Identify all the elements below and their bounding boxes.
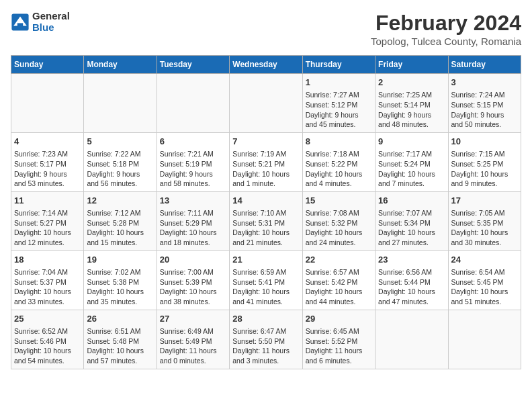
- day-content: Sunrise: 7:00 AM Sunset: 5:39 PM Dayligh…: [160, 267, 226, 307]
- day-number: 23: [378, 254, 445, 266]
- weekday-header-row: SundayMondayTuesdayWednesdayThursdayFrid…: [11, 56, 521, 74]
- day-content: Sunrise: 6:49 AM Sunset: 5:49 PM Dayligh…: [160, 326, 226, 366]
- day-content: Sunrise: 7:05 AM Sunset: 5:35 PM Dayligh…: [451, 208, 518, 248]
- day-number: 3: [451, 77, 518, 89]
- calendar-cell: 19Sunrise: 7:02 AM Sunset: 5:38 PM Dayli…: [84, 250, 157, 310]
- logo-text: General Blue: [32, 11, 70, 33]
- week-row-5: 25Sunrise: 6:52 AM Sunset: 5:46 PM Dayli…: [11, 310, 521, 369]
- day-content: Sunrise: 7:25 AM Sunset: 5:14 PM Dayligh…: [378, 90, 445, 130]
- day-content: Sunrise: 7:17 AM Sunset: 5:24 PM Dayligh…: [378, 149, 445, 189]
- day-content: Sunrise: 7:02 AM Sunset: 5:38 PM Dayligh…: [87, 267, 153, 307]
- calendar-cell: 16Sunrise: 7:07 AM Sunset: 5:34 PM Dayli…: [375, 191, 448, 250]
- day-number: 24: [451, 254, 518, 266]
- day-number: 4: [14, 136, 81, 148]
- calendar-cell: 21Sunrise: 6:59 AM Sunset: 5:41 PM Dayli…: [230, 250, 302, 310]
- day-content: Sunrise: 7:19 AM Sunset: 5:21 PM Dayligh…: [232, 149, 299, 189]
- weekday-header-saturday: Saturday: [448, 56, 521, 74]
- calendar-cell: 10Sunrise: 7:15 AM Sunset: 5:25 PM Dayli…: [448, 132, 521, 191]
- day-number: 25: [14, 313, 81, 325]
- day-number: 29: [306, 313, 372, 325]
- day-content: Sunrise: 6:47 AM Sunset: 5:50 PM Dayligh…: [232, 326, 299, 366]
- day-number: 12: [87, 195, 153, 207]
- weekday-header-wednesday: Wednesday: [230, 56, 302, 74]
- weekday-header-tuesday: Tuesday: [157, 56, 229, 74]
- day-number: 8: [306, 136, 372, 148]
- calendar-cell: [230, 74, 302, 133]
- logo-icon: [11, 13, 30, 32]
- day-content: Sunrise: 7:15 AM Sunset: 5:25 PM Dayligh…: [451, 149, 518, 189]
- day-content: Sunrise: 6:45 AM Sunset: 5:52 PM Dayligh…: [306, 326, 372, 366]
- weekday-header-monday: Monday: [84, 56, 157, 74]
- logo: General Blue: [11, 11, 70, 33]
- day-number: 26: [87, 313, 153, 325]
- day-number: 22: [306, 254, 372, 266]
- day-content: Sunrise: 7:21 AM Sunset: 5:19 PM Dayligh…: [160, 149, 226, 189]
- day-number: 2: [378, 77, 445, 89]
- calendar-cell: [11, 74, 84, 133]
- day-number: 28: [232, 313, 299, 325]
- calendar-cell: 3Sunrise: 7:24 AM Sunset: 5:15 PM Daylig…: [448, 74, 521, 133]
- calendar-cell: 11Sunrise: 7:14 AM Sunset: 5:27 PM Dayli…: [11, 191, 84, 250]
- day-content: Sunrise: 7:08 AM Sunset: 5:32 PM Dayligh…: [306, 208, 372, 248]
- calendar-table: SundayMondayTuesdayWednesdayThursdayFrid…: [11, 55, 521, 369]
- calendar-cell: 22Sunrise: 6:57 AM Sunset: 5:42 PM Dayli…: [302, 250, 375, 310]
- day-number: 17: [451, 195, 518, 207]
- weekday-header-friday: Friday: [375, 56, 448, 74]
- calendar-cell: [375, 310, 448, 369]
- day-number: 1: [306, 77, 372, 89]
- calendar-cell: 28Sunrise: 6:47 AM Sunset: 5:50 PM Dayli…: [230, 310, 302, 369]
- calendar-cell: 26Sunrise: 6:51 AM Sunset: 5:48 PM Dayli…: [84, 310, 157, 369]
- calendar-cell: 13Sunrise: 7:11 AM Sunset: 5:29 PM Dayli…: [157, 191, 229, 250]
- calendar-cell: [448, 310, 521, 369]
- day-number: 16: [378, 195, 445, 207]
- week-row-4: 18Sunrise: 7:04 AM Sunset: 5:37 PM Dayli…: [11, 250, 521, 310]
- day-number: 20: [160, 254, 226, 266]
- day-number: 10: [451, 136, 518, 148]
- calendar-cell: 23Sunrise: 6:56 AM Sunset: 5:44 PM Dayli…: [375, 250, 448, 310]
- day-content: Sunrise: 7:10 AM Sunset: 5:31 PM Dayligh…: [232, 208, 299, 248]
- week-row-1: 1Sunrise: 7:27 AM Sunset: 5:12 PM Daylig…: [11, 74, 521, 133]
- day-content: Sunrise: 7:11 AM Sunset: 5:29 PM Dayligh…: [160, 208, 226, 248]
- calendar-cell: 17Sunrise: 7:05 AM Sunset: 5:35 PM Dayli…: [448, 191, 521, 250]
- calendar-cell: 27Sunrise: 6:49 AM Sunset: 5:49 PM Dayli…: [157, 310, 229, 369]
- logo-blue: Blue: [32, 22, 70, 34]
- day-number: 5: [87, 136, 153, 148]
- day-number: 13: [160, 195, 226, 207]
- calendar-cell: 29Sunrise: 6:45 AM Sunset: 5:52 PM Dayli…: [302, 310, 375, 369]
- day-number: 18: [14, 254, 81, 266]
- day-content: Sunrise: 6:59 AM Sunset: 5:41 PM Dayligh…: [232, 267, 299, 307]
- week-row-2: 4Sunrise: 7:23 AM Sunset: 5:17 PM Daylig…: [11, 132, 521, 191]
- day-number: 15: [306, 195, 372, 207]
- calendar-cell: 18Sunrise: 7:04 AM Sunset: 5:37 PM Dayli…: [11, 250, 84, 310]
- day-number: 14: [232, 195, 299, 207]
- day-number: 19: [87, 254, 153, 266]
- calendar-cell: 20Sunrise: 7:00 AM Sunset: 5:39 PM Dayli…: [157, 250, 229, 310]
- title-block: February 2024 Topolog, Tulcea County, Ro…: [371, 11, 521, 47]
- calendar-cell: 14Sunrise: 7:10 AM Sunset: 5:31 PM Dayli…: [230, 191, 302, 250]
- week-row-3: 11Sunrise: 7:14 AM Sunset: 5:27 PM Dayli…: [11, 191, 521, 250]
- day-content: Sunrise: 7:14 AM Sunset: 5:27 PM Dayligh…: [14, 208, 81, 248]
- calendar-cell: [84, 74, 157, 133]
- svg-rect-2: [17, 23, 23, 27]
- day-content: Sunrise: 7:04 AM Sunset: 5:37 PM Dayligh…: [14, 267, 81, 307]
- logo-general: General: [32, 11, 70, 22]
- page-header: General Blue February 2024 Topolog, Tulc…: [11, 11, 521, 47]
- weekday-header-sunday: Sunday: [11, 56, 84, 74]
- day-content: Sunrise: 6:57 AM Sunset: 5:42 PM Dayligh…: [306, 267, 372, 307]
- calendar-cell: 4Sunrise: 7:23 AM Sunset: 5:17 PM Daylig…: [11, 132, 84, 191]
- calendar-cell: 15Sunrise: 7:08 AM Sunset: 5:32 PM Dayli…: [302, 191, 375, 250]
- calendar-cell: 12Sunrise: 7:12 AM Sunset: 5:28 PM Dayli…: [84, 191, 157, 250]
- calendar-cell: 2Sunrise: 7:25 AM Sunset: 5:14 PM Daylig…: [375, 74, 448, 133]
- day-content: Sunrise: 7:24 AM Sunset: 5:15 PM Dayligh…: [451, 90, 518, 130]
- calendar-cell: 24Sunrise: 6:54 AM Sunset: 5:45 PM Dayli…: [448, 250, 521, 310]
- day-number: 11: [14, 195, 81, 207]
- day-content: Sunrise: 6:51 AM Sunset: 5:48 PM Dayligh…: [87, 326, 153, 366]
- day-content: Sunrise: 7:23 AM Sunset: 5:17 PM Dayligh…: [14, 149, 81, 189]
- day-content: Sunrise: 7:22 AM Sunset: 5:18 PM Dayligh…: [87, 149, 153, 189]
- day-content: Sunrise: 7:12 AM Sunset: 5:28 PM Dayligh…: [87, 208, 153, 248]
- calendar-cell: 7Sunrise: 7:19 AM Sunset: 5:21 PM Daylig…: [230, 132, 302, 191]
- day-content: Sunrise: 6:56 AM Sunset: 5:44 PM Dayligh…: [378, 267, 445, 307]
- day-content: Sunrise: 6:54 AM Sunset: 5:45 PM Dayligh…: [451, 267, 518, 307]
- calendar-cell: 9Sunrise: 7:17 AM Sunset: 5:24 PM Daylig…: [375, 132, 448, 191]
- calendar-cell: 1Sunrise: 7:27 AM Sunset: 5:12 PM Daylig…: [302, 74, 375, 133]
